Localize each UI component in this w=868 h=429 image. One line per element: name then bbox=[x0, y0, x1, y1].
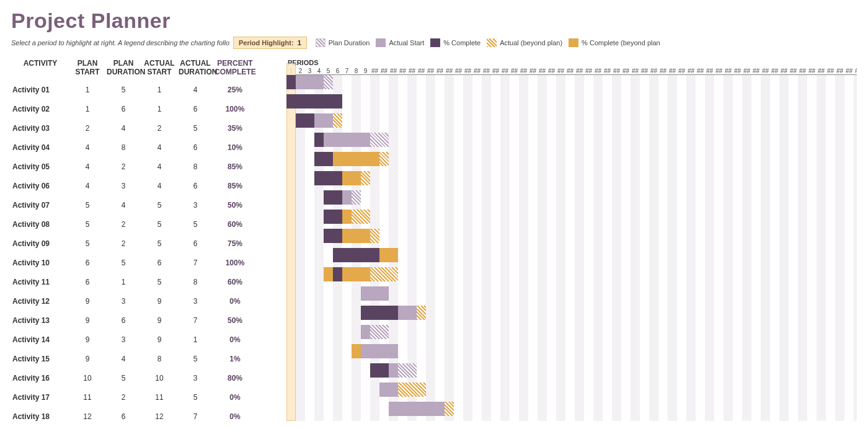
percent-complete[interactable]: 50% bbox=[213, 201, 257, 210]
actual-start[interactable]: 9 bbox=[141, 316, 177, 325]
plan-start[interactable]: 6 bbox=[69, 259, 105, 267]
actual-duration[interactable]: 3 bbox=[177, 297, 213, 306]
actual-start[interactable]: 4 bbox=[141, 162, 177, 171]
actual-start[interactable]: 12 bbox=[141, 412, 177, 421]
actual-start[interactable]: 5 bbox=[141, 278, 177, 286]
period-highlight-box[interactable]: Period Highlight: 1 bbox=[233, 37, 307, 49]
actual-duration[interactable]: 8 bbox=[177, 278, 213, 286]
actual-start[interactable]: 5 bbox=[141, 220, 177, 229]
table-row[interactable]: Activity 03242535% bbox=[11, 118, 286, 138]
actual-start[interactable]: 4 bbox=[141, 143, 177, 152]
plan-duration[interactable]: 2 bbox=[105, 220, 141, 229]
table-row[interactable]: Activity 09525675% bbox=[11, 234, 286, 253]
plan-start[interactable]: 6 bbox=[69, 278, 105, 286]
actual-start[interactable]: 10 bbox=[141, 374, 177, 383]
plan-duration[interactable]: 4 bbox=[105, 124, 141, 133]
plan-start[interactable]: 12 bbox=[69, 412, 105, 421]
table-row[interactable]: Activity 11615860% bbox=[11, 272, 286, 291]
percent-complete[interactable]: 0% bbox=[213, 335, 257, 344]
percent-complete[interactable]: 100% bbox=[213, 105, 257, 113]
plan-duration[interactable]: 2 bbox=[105, 239, 141, 248]
actual-duration[interactable]: 3 bbox=[177, 374, 213, 383]
actual-start[interactable]: 9 bbox=[141, 297, 177, 306]
actual-duration[interactable]: 6 bbox=[177, 105, 213, 113]
plan-duration[interactable]: 5 bbox=[105, 374, 141, 383]
percent-complete[interactable]: 85% bbox=[213, 182, 257, 190]
percent-complete[interactable]: 0% bbox=[213, 297, 257, 306]
plan-duration[interactable]: 4 bbox=[105, 201, 141, 210]
table-row[interactable]: Activity 106567100% bbox=[11, 253, 286, 272]
actual-start[interactable]: 9 bbox=[141, 335, 177, 344]
actual-duration[interactable]: 8 bbox=[177, 162, 213, 171]
actual-start[interactable]: 5 bbox=[141, 201, 177, 210]
plan-start[interactable]: 2 bbox=[69, 124, 105, 133]
percent-complete[interactable]: 85% bbox=[213, 162, 257, 171]
actual-duration[interactable]: 6 bbox=[177, 182, 213, 190]
plan-duration[interactable]: 5 bbox=[105, 259, 141, 267]
percent-complete[interactable]: 25% bbox=[213, 86, 257, 94]
percent-complete[interactable]: 100% bbox=[213, 259, 257, 267]
plan-duration[interactable]: 6 bbox=[105, 412, 141, 421]
plan-start[interactable]: 9 bbox=[69, 316, 105, 325]
actual-duration[interactable]: 5 bbox=[177, 393, 213, 402]
plan-duration[interactable]: 3 bbox=[105, 335, 141, 344]
plan-duration[interactable]: 8 bbox=[105, 143, 141, 152]
percent-complete[interactable]: 50% bbox=[213, 316, 257, 325]
table-row[interactable]: Activity 021616100% bbox=[11, 99, 286, 118]
plan-duration[interactable]: 5 bbox=[105, 86, 141, 94]
table-row[interactable]: Activity 13969750% bbox=[11, 311, 286, 330]
actual-duration[interactable]: 7 bbox=[177, 316, 213, 325]
table-row[interactable]: Activity 05424885% bbox=[11, 157, 286, 176]
actual-duration[interactable]: 3 bbox=[177, 201, 213, 210]
actual-duration[interactable]: 5 bbox=[177, 220, 213, 229]
plan-duration[interactable]: 2 bbox=[105, 162, 141, 171]
plan-duration[interactable]: 6 bbox=[105, 105, 141, 113]
percent-complete[interactable]: 35% bbox=[213, 124, 257, 133]
percent-complete[interactable]: 75% bbox=[213, 239, 257, 248]
percent-complete[interactable]: 60% bbox=[213, 278, 257, 286]
plan-start[interactable]: 5 bbox=[69, 239, 105, 248]
plan-duration[interactable]: 2 bbox=[105, 393, 141, 402]
actual-duration[interactable]: 4 bbox=[177, 86, 213, 94]
actual-duration[interactable]: 6 bbox=[177, 239, 213, 248]
actual-start[interactable]: 2 bbox=[141, 124, 177, 133]
percent-complete[interactable]: 10% bbox=[213, 143, 257, 152]
table-row[interactable]: Activity 1293930% bbox=[11, 291, 286, 311]
period-highlight-value[interactable]: 1 bbox=[298, 39, 301, 46]
table-row[interactable]: Activity 07545350% bbox=[11, 195, 286, 214]
table-row[interactable]: Activity 1610510380% bbox=[11, 368, 286, 387]
actual-start[interactable]: 1 bbox=[141, 105, 177, 113]
actual-start[interactable]: 8 bbox=[141, 355, 177, 363]
actual-duration[interactable]: 1 bbox=[177, 335, 213, 344]
actual-start[interactable]: 4 bbox=[141, 182, 177, 190]
plan-start[interactable]: 4 bbox=[69, 143, 105, 152]
table-row[interactable]: Activity 06434685% bbox=[11, 176, 286, 195]
plan-start[interactable]: 4 bbox=[69, 162, 105, 171]
plan-start[interactable]: 4 bbox=[69, 182, 105, 190]
percent-complete[interactable]: 80% bbox=[213, 374, 257, 383]
actual-duration[interactable]: 7 bbox=[177, 412, 213, 421]
plan-duration[interactable]: 3 bbox=[105, 182, 141, 190]
percent-complete[interactable]: 0% bbox=[213, 412, 257, 421]
plan-start[interactable]: 5 bbox=[69, 220, 105, 229]
table-row[interactable]: Activity 08525560% bbox=[11, 214, 286, 234]
actual-duration[interactable]: 6 bbox=[177, 143, 213, 152]
actual-start[interactable]: 5 bbox=[141, 239, 177, 248]
actual-duration[interactable]: 7 bbox=[177, 259, 213, 267]
percent-complete[interactable]: 0% bbox=[213, 393, 257, 402]
table-row[interactable]: Activity 01151425% bbox=[11, 80, 286, 99]
actual-start[interactable]: 6 bbox=[141, 259, 177, 267]
table-row[interactable]: Activity 04484610% bbox=[11, 138, 286, 157]
table-row[interactable]: Activity 181261270% bbox=[11, 407, 286, 426]
plan-start[interactable]: 1 bbox=[69, 86, 105, 94]
plan-start[interactable]: 10 bbox=[69, 374, 105, 383]
plan-start[interactable]: 1 bbox=[69, 105, 105, 113]
actual-duration[interactable]: 5 bbox=[177, 355, 213, 363]
plan-start[interactable]: 9 bbox=[69, 297, 105, 306]
plan-start[interactable]: 9 bbox=[69, 335, 105, 344]
plan-duration[interactable]: 3 bbox=[105, 297, 141, 306]
table-row[interactable]: Activity 1493910% bbox=[11, 330, 286, 349]
plan-duration[interactable]: 1 bbox=[105, 278, 141, 286]
actual-duration[interactable]: 5 bbox=[177, 124, 213, 133]
percent-complete[interactable]: 1% bbox=[213, 355, 257, 363]
